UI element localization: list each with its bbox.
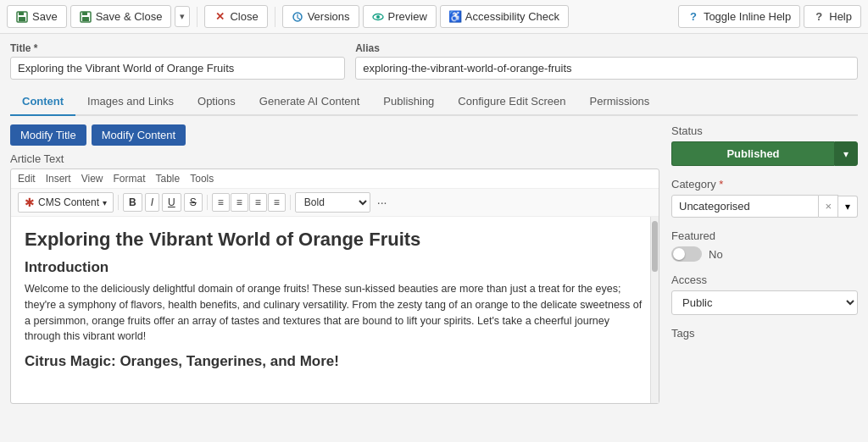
cms-dropdown-icon: ▾ xyxy=(103,198,107,207)
align-justify-button[interactable]: ≡ xyxy=(268,193,286,212)
alias-field-group: Alias xyxy=(355,42,858,80)
align-center-button[interactable]: ≡ xyxy=(231,193,248,212)
preview-button[interactable]: Preview xyxy=(363,5,437,28)
menu-table[interactable]: Table xyxy=(156,173,181,185)
category-section: Category Uncategorised × ▾ xyxy=(671,178,858,218)
status-dropdown-button[interactable]: ▾ xyxy=(834,141,858,166)
strikethrough-button[interactable]: S xyxy=(184,193,203,212)
toolbar-sep-3 xyxy=(290,195,291,210)
svg-rect-4 xyxy=(82,12,87,15)
editor-wrapper: Edit Insert View Format Table Tools ✱ CM… xyxy=(10,169,659,404)
tab-images-links[interactable]: Images and Links xyxy=(75,88,186,116)
access-select[interactable]: Public Registered Special xyxy=(671,290,858,315)
editor-content[interactable]: Exploring the Vibrant World of Orange Fr… xyxy=(11,217,659,403)
toolbar-separator-2 xyxy=(275,7,275,27)
category-value: Uncategorised xyxy=(679,200,750,213)
article-heading: Exploring the Vibrant World of Orange Fr… xyxy=(25,229,645,251)
cms-content-label: CMS Content xyxy=(38,196,99,208)
tab-content[interactable]: Content xyxy=(10,88,75,116)
more-button[interactable]: ··· xyxy=(373,193,392,212)
save-close-icon xyxy=(80,11,92,23)
tab-configure-edit[interactable]: Configure Edit Screen xyxy=(446,88,577,116)
close-label: Close xyxy=(230,10,258,23)
alias-label: Alias xyxy=(355,42,858,54)
content-area: Modify Title Modify Content Article Text… xyxy=(10,124,858,404)
save-button[interactable]: Save xyxy=(7,5,67,28)
tab-options[interactable]: Options xyxy=(186,88,248,116)
citrus-heading: Citrus Magic: Oranges, Tangerines, and M… xyxy=(25,353,645,370)
toggle-inline-help-label: Toggle Inline Help xyxy=(704,10,791,23)
save-dropdown-button[interactable]: ▾ xyxy=(175,6,190,27)
tab-generate-ai[interactable]: Generate AI Content xyxy=(248,88,372,116)
format-select[interactable]: Bold Normal Heading 1 Heading 2 xyxy=(295,192,370,213)
menu-view[interactable]: View xyxy=(81,173,103,185)
status-row: Published ▾ xyxy=(671,141,858,166)
close-button[interactable]: ✕ Close xyxy=(204,5,267,28)
featured-no-label: No xyxy=(709,248,723,261)
align-right-button[interactable]: ≡ xyxy=(249,193,267,212)
save-icon xyxy=(16,11,28,23)
title-input[interactable] xyxy=(10,57,345,80)
align-left-button[interactable]: ≡ xyxy=(212,193,230,212)
menu-tools[interactable]: Tools xyxy=(190,173,214,185)
menu-edit[interactable]: Edit xyxy=(18,173,36,185)
access-label: Access xyxy=(671,273,858,286)
cms-icon: ✱ xyxy=(25,196,35,209)
versions-button[interactable]: Versions xyxy=(282,5,359,28)
accessibility-icon: ♿ xyxy=(449,11,461,23)
status-value: Published xyxy=(726,147,779,160)
help-button[interactable]: ? Help xyxy=(804,5,861,28)
cms-content-button[interactable]: ✱ CMS Content ▾ xyxy=(18,192,114,213)
bold-button[interactable]: B xyxy=(123,193,142,212)
preview-icon xyxy=(372,11,384,23)
save-close-label: Save & Close xyxy=(96,10,163,23)
help-label: Help xyxy=(829,10,852,23)
menu-insert[interactable]: Insert xyxy=(46,173,71,185)
accessibility-check-button[interactable]: ♿ Accessibility Check xyxy=(440,5,569,28)
editor-toolbar: ✱ CMS Content ▾ B I U S ≡ ≡ ≡ ≡ xyxy=(11,189,659,217)
intro-heading: Introduction xyxy=(25,259,645,276)
save-label: Save xyxy=(32,10,58,23)
modify-title-label: Modify Title xyxy=(20,129,76,141)
italic-button[interactable]: I xyxy=(145,193,159,212)
featured-section: Featured No xyxy=(671,229,858,262)
toggle-help-icon: ? xyxy=(687,11,699,23)
menu-format[interactable]: Format xyxy=(114,173,146,185)
tab-bar: Content Images and Links Options Generat… xyxy=(10,88,858,116)
featured-toggle[interactable] xyxy=(671,246,702,262)
close-icon: ✕ xyxy=(214,11,225,23)
category-dropdown-button[interactable]: ▾ xyxy=(838,196,858,218)
toggle-inline-help-button[interactable]: ? Toggle Inline Help xyxy=(678,5,800,28)
svg-rect-1 xyxy=(19,12,24,15)
editor-section: Modify Title Modify Content Article Text… xyxy=(10,124,659,404)
right-panel: Status Published ▾ Category Uncategorise… xyxy=(671,124,858,404)
tab-permissions[interactable]: Permissions xyxy=(578,88,662,116)
toolbar-sep-1 xyxy=(118,195,119,210)
toolbar: Save Save & Close ▾ ✕ Close Versions xyxy=(0,0,868,34)
tags-section: Tags xyxy=(671,327,858,340)
category-clear-button[interactable]: × xyxy=(819,195,838,218)
modify-title-button[interactable]: Modify Title xyxy=(10,124,86,146)
underline-button[interactable]: U xyxy=(162,193,181,212)
status-select-button[interactable]: Published xyxy=(671,141,834,166)
modify-content-label: Modify Content xyxy=(102,129,175,141)
category-label: Category xyxy=(671,178,858,191)
category-row: Uncategorised × ▾ xyxy=(671,195,858,218)
category-select[interactable]: Uncategorised xyxy=(671,195,819,218)
save-close-button[interactable]: Save & Close xyxy=(70,5,172,28)
scrollbar-track[interactable] xyxy=(650,217,659,403)
toggle-thumb xyxy=(673,248,685,260)
featured-row: No xyxy=(671,246,858,262)
title-field-group: Title * xyxy=(10,42,345,80)
status-arrow-icon: ▾ xyxy=(843,148,849,160)
versions-icon xyxy=(292,11,303,23)
versions-label: Versions xyxy=(308,10,350,23)
scrollbar-thumb[interactable] xyxy=(652,221,658,272)
align-group: ≡ ≡ ≡ ≡ xyxy=(212,193,286,212)
tab-publishing[interactable]: Publishing xyxy=(371,88,446,116)
title-alias-row: Title * Alias xyxy=(10,42,858,80)
modify-content-button[interactable]: Modify Content xyxy=(92,124,186,146)
toolbar-sep-2 xyxy=(207,195,208,210)
preview-label: Preview xyxy=(388,10,427,23)
alias-input[interactable] xyxy=(355,57,858,80)
